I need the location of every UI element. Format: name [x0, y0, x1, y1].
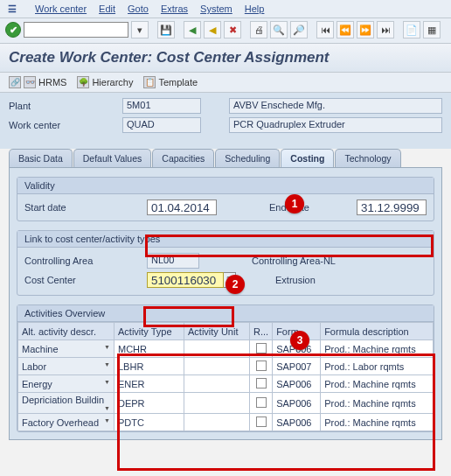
cell-form[interactable]: SAP006	[273, 340, 321, 358]
cell-form[interactable]: SAP006	[273, 375, 321, 393]
cell-activity-type[interactable]: DEPR	[114, 393, 184, 414]
menu-help[interactable]: Help	[245, 4, 265, 14]
hierarchy-button[interactable]: 🌳 Hierarchy	[77, 76, 133, 88]
tab-strip: Basic Data Default Values Capacities Sch…	[9, 149, 442, 167]
prev-page-icon[interactable]: ⏪	[337, 21, 354, 38]
dropdown-arrow-icon[interactable]: ▼	[104, 361, 110, 368]
hrms-button[interactable]: 🔗 👓 HRMS	[9, 76, 66, 88]
table-row[interactable]: Energy▼ENERSAP006Prod.: Machine rqmts	[18, 375, 434, 393]
tab-technology[interactable]: Technology	[335, 149, 400, 167]
command-field[interactable]	[24, 22, 128, 38]
layout-icon[interactable]: ▦	[423, 21, 441, 38]
cell-activity-type[interactable]: MCHR	[114, 340, 184, 358]
menu-extras[interactable]: Extras	[161, 4, 188, 14]
next-page-icon[interactable]: ⏩	[357, 21, 374, 38]
col-form[interactable]: Form...	[273, 323, 321, 340]
checkbox[interactable]	[256, 416, 267, 427]
hierarchy-label: Hierarchy	[92, 77, 133, 88]
checkbox[interactable]	[256, 360, 267, 371]
activities-table: Alt. activity descr. Activity Type Activ…	[17, 322, 434, 431]
plant-label: Plant	[9, 101, 122, 111]
link-icon: 🔗	[9, 76, 21, 88]
tab-scheduling[interactable]: Scheduling	[215, 149, 280, 167]
start-date-input[interactable]	[147, 200, 217, 215]
cancel-icon[interactable]: ✖	[224, 21, 241, 38]
menubar: ☰ Work center Edit Goto Extras System He…	[0, 0, 451, 18]
cost-center-value-help-icon[interactable]: ☐	[224, 272, 236, 288]
tab-costing[interactable]: Costing	[281, 149, 334, 167]
find-icon[interactable]: 🔍	[270, 21, 288, 38]
tab-capacities[interactable]: Capacities	[152, 149, 214, 167]
template-icon: 📋	[143, 76, 156, 88]
menu-work-center[interactable]: Work center	[35, 4, 87, 14]
col-alt-descr[interactable]: Alt. activity descr.	[18, 323, 114, 340]
end-date-input[interactable]	[357, 200, 427, 215]
cell-activity-type[interactable]: LBHR	[114, 358, 184, 375]
tab-default-values[interactable]: Default Values	[73, 149, 152, 167]
col-formula-desc[interactable]: Formula description	[321, 323, 434, 340]
cost-center-label: Cost Center	[24, 275, 147, 285]
checkbox[interactable]	[256, 397, 267, 408]
dropdown-arrow-icon[interactable]: ▼	[104, 379, 110, 385]
cell-r[interactable]	[250, 340, 273, 358]
table-row[interactable]: Factory Overhead▼PDTCSAP006Prod.: Machin…	[18, 414, 434, 431]
cell-activity-unit[interactable]	[184, 340, 250, 358]
cell-activity-type[interactable]: ENER	[114, 375, 184, 393]
cell-r[interactable]	[250, 375, 273, 393]
plant-value: 5M01	[122, 98, 201, 114]
hierarchy-icon: 🌳	[77, 76, 89, 88]
menu-goto[interactable]: Goto	[128, 4, 149, 14]
col-r[interactable]: R...	[250, 323, 273, 340]
tab-basic-data[interactable]: Basic Data	[9, 149, 73, 167]
col-activity-unit[interactable]: Activity Unit	[184, 323, 250, 340]
cell-activity-unit[interactable]	[184, 375, 250, 393]
cell-activity-type[interactable]: PDTC	[114, 414, 184, 431]
checkbox[interactable]	[256, 343, 267, 354]
dropdown-arrow-icon[interactable]: ▼	[104, 405, 110, 411]
dropdown-icon[interactable]: ▾	[131, 21, 149, 38]
menu-edit[interactable]: Edit	[99, 4, 115, 14]
cell-r[interactable]	[250, 393, 273, 414]
first-page-icon[interactable]: ⏮	[316, 21, 334, 38]
cell-alt-descr[interactable]: Factory Overhead▼	[18, 414, 114, 431]
dropdown-arrow-icon[interactable]: ▼	[104, 344, 110, 350]
cell-activity-unit[interactable]	[184, 414, 250, 431]
table-row[interactable]: Machine▼MCHRSAP006Prod.: Machine rqmts	[18, 340, 434, 358]
ok-icon[interactable]: ✔	[5, 22, 21, 38]
cell-alt-descr[interactable]: Depriciation Buildin▼	[18, 393, 114, 414]
find-next-icon[interactable]: 🔎	[290, 21, 308, 38]
cell-formula-desc: Prod.: Machine rqmts	[321, 393, 434, 414]
menu-system[interactable]: System	[200, 4, 232, 14]
cell-r[interactable]	[250, 358, 273, 375]
cost-center-desc: Extrusion	[275, 275, 316, 285]
cell-alt-descr[interactable]: Energy▼	[18, 375, 114, 393]
activities-title: Activities Overview	[17, 305, 434, 322]
print-icon[interactable]: 🖨	[250, 21, 267, 38]
app-menu-icon[interactable]: ☰	[5, 2, 19, 16]
new-session-icon[interactable]: 📄	[403, 21, 420, 38]
main-toolbar: ✔ ▾ 💾 ◀ ◀ ✖ 🖨 🔍 🔎 ⏮ ⏪ ⏩ ⏭ 📄 ▦	[0, 18, 451, 44]
table-row[interactable]: Depriciation Buildin▼DEPRSAP006Prod.: Ma…	[18, 393, 434, 414]
cell-form[interactable]: SAP007	[273, 358, 321, 375]
checkbox[interactable]	[256, 378, 267, 388]
sub-toolbar: 🔗 👓 HRMS 🌳 Hierarchy 📋 Template	[0, 73, 451, 93]
save-icon[interactable]: 💾	[157, 21, 175, 38]
cell-formula-desc: Prod.: Machine rqmts	[321, 414, 434, 431]
cell-activity-unit[interactable]	[184, 393, 250, 414]
cell-formula-desc: Prod.: Labor rqmts	[321, 358, 434, 375]
cell-formula-desc: Prod.: Machine rqmts	[321, 340, 434, 358]
last-page-icon[interactable]: ⏭	[377, 21, 394, 38]
cell-alt-descr[interactable]: Machine▼	[18, 340, 114, 358]
table-row[interactable]: Labor▼LBHRSAP007Prod.: Labor rqmts	[18, 358, 434, 375]
cell-form[interactable]: SAP006	[273, 393, 321, 414]
template-button[interactable]: 📋 Template	[143, 76, 198, 88]
dropdown-arrow-icon[interactable]: ▼	[104, 417, 110, 424]
cell-form[interactable]: SAP006	[273, 414, 321, 431]
exit-icon[interactable]: ◀	[204, 21, 221, 38]
cell-activity-unit[interactable]	[184, 358, 250, 375]
back-icon[interactable]: ◀	[184, 21, 201, 38]
cell-alt-descr[interactable]: Labor▼	[18, 358, 114, 375]
col-activity-type[interactable]: Activity Type	[114, 323, 184, 340]
cell-r[interactable]	[250, 414, 273, 431]
cost-center-input[interactable]	[147, 272, 224, 288]
